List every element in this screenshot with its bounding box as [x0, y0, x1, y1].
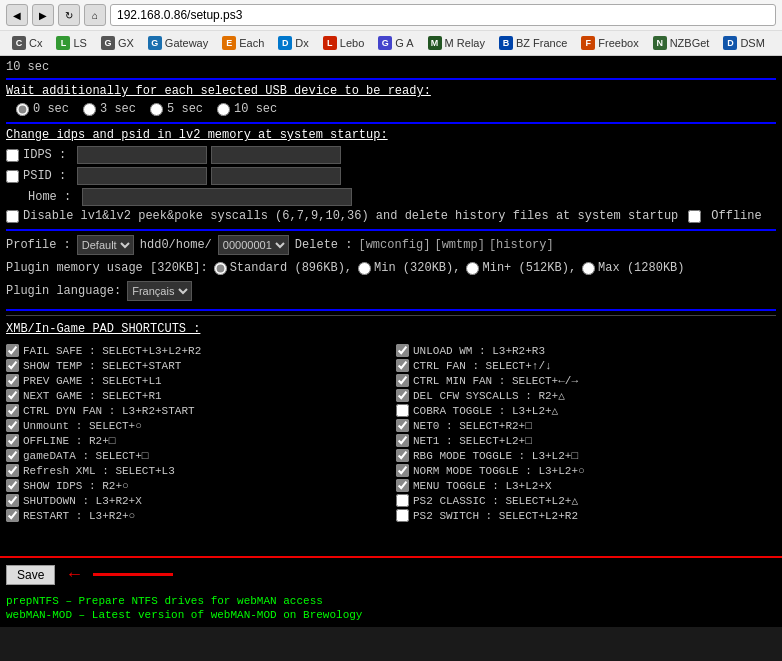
delete-wmconfig[interactable]: [wmconfig] [358, 238, 430, 252]
psid-label: PSID : [23, 169, 73, 183]
memory-min[interactable]: Min (320KB), [358, 261, 460, 275]
browser-toolbar: ◀ ▶ ↻ ⌂ [0, 0, 782, 30]
memory-min-plus[interactable]: Min+ (512KB), [466, 261, 576, 275]
delete-links: [wmconfig] [wmtmp] [history] [358, 238, 553, 252]
idps-title: Change idps and psid in lv2 memory at sy… [6, 128, 388, 142]
profile-row: Profile : Default hdd0/home/ 00000001 De… [6, 235, 776, 255]
shortcut-right-5: NET0 : SELECT+R2+□ [396, 419, 776, 432]
idps-input-1[interactable] [77, 146, 207, 164]
divider-1 [6, 78, 776, 80]
top-timer: 10 sec [6, 60, 776, 74]
bookmark-dx[interactable]: DDx [272, 34, 314, 52]
shortcut-left-11: RESTART : L3+R2+○ [6, 509, 386, 522]
shortcut-right-11: PS2 SWITCH : SELECT+L2+R2 [396, 509, 776, 522]
disable-syscalls-checkbox[interactable] [6, 210, 19, 223]
page-content: 10 sec Wait additionally for each select… [0, 56, 782, 556]
delete-wmtmp[interactable]: [wmtmp] [434, 238, 484, 252]
shortcut-left-10: SHUTDOWN : L3+R2+X [6, 494, 386, 507]
shortcut-right-4: COBRA TOGGLE : L3+L2+△ [396, 404, 776, 417]
bookmark-dsm[interactable]: DDSM [717, 34, 770, 52]
shortcut-left-2: PREV GAME : SELECT+L1 [6, 374, 386, 387]
usb-option-5sec[interactable]: 5 sec [150, 102, 203, 116]
footer-line-2: webMAN-MOD – Latest version of webMAN-MO… [6, 609, 776, 621]
divider-4 [6, 309, 776, 311]
usb-radio-group: 0 sec 3 sec 5 sec 10 sec [6, 102, 776, 116]
idps-row: IDPS : [6, 146, 776, 164]
plugin-lang-select[interactable]: Français [127, 281, 192, 301]
plugin-lang-label: Plugin language: [6, 284, 121, 298]
save-button[interactable]: Save [6, 565, 55, 585]
home-input[interactable] [82, 188, 352, 206]
bookmark-bz-france[interactable]: BBZ France [493, 34, 573, 52]
psid-input-1[interactable] [77, 167, 207, 185]
idps-input-2[interactable] [211, 146, 341, 164]
delete-label: Delete : [295, 238, 353, 252]
divider-3 [6, 229, 776, 231]
profile-path-select[interactable]: 00000001 [218, 235, 289, 255]
bookmark-ls[interactable]: LLS [50, 34, 92, 52]
bookmark-lebo[interactable]: LLebo [317, 34, 370, 52]
bookmark-cx[interactable]: CCx [6, 34, 48, 52]
bookmark-gx[interactable]: GGX [95, 34, 140, 52]
psid-input-2[interactable] [211, 167, 341, 185]
memory-max[interactable]: Max (1280KB) [582, 261, 684, 275]
bookmark-g-a[interactable]: GG A [372, 34, 419, 52]
bookmark-gateway[interactable]: GGateway [142, 34, 214, 52]
shortcut-right-7: RBG MODE TOGGLE : L3+L2+□ [396, 449, 776, 462]
shortcut-right-3: DEL CFW SYSCALLS : R2+△ [396, 389, 776, 402]
browser-chrome: ◀ ▶ ↻ ⌂ CCxLLSGGXGGatewayEEachDDxLLeboGG… [0, 0, 782, 56]
shortcut-right-0: UNLOAD WM : L3+R2+R3 [396, 344, 776, 357]
save-arrow-line [93, 573, 173, 576]
shortcut-left-9: SHOW IDPS : R2+○ [6, 479, 386, 492]
psid-row: PSID : [6, 167, 776, 185]
refresh-button[interactable]: ↻ [58, 4, 80, 26]
footer: prepNTFS – Prepare NTFS drives for webMA… [0, 591, 782, 627]
shortcuts-title: XMB/In-Game PAD SHORTCUTS : [6, 322, 200, 336]
shortcut-right-9: MENU TOGGLE : L3+L2+X [396, 479, 776, 492]
address-bar[interactable] [110, 4, 776, 26]
forward-button[interactable]: ▶ [32, 4, 54, 26]
idps-section: Change idps and psid in lv2 memory at sy… [6, 128, 776, 223]
memory-standard[interactable]: Standard (896KB), [214, 261, 352, 275]
divider-2 [6, 122, 776, 124]
offline-label: Offline [711, 209, 761, 223]
psid-checkbox[interactable] [6, 170, 19, 183]
save-bar: Save ← [0, 556, 782, 591]
shortcut-right-10: PS2 CLASSIC : SELECT+L2+△ [396, 494, 776, 507]
back-button[interactable]: ◀ [6, 4, 28, 26]
bookmark-freebox[interactable]: FFreebox [575, 34, 644, 52]
bookmark-each[interactable]: EEach [216, 34, 270, 52]
plugin-lang-row: Plugin language: Français [6, 281, 776, 301]
profile-path-label: hdd0/home/ [140, 238, 212, 252]
usb-section: Wait additionally for each selected USB … [6, 84, 776, 116]
shortcut-right-8: NORM MODE TOGGLE : L3+L2+○ [396, 464, 776, 477]
offline-checkbox[interactable] [688, 210, 701, 223]
disable-syscalls-label: Disable lv1&lv2 peek&poke syscalls (6,7,… [23, 209, 678, 223]
bookmark-nzbget[interactable]: NNZBGet [647, 34, 716, 52]
usb-option-10sec[interactable]: 10 sec [217, 102, 277, 116]
usb-option-3sec[interactable]: 3 sec [83, 102, 136, 116]
shortcut-left-7: gameDATA : SELECT+□ [6, 449, 386, 462]
plugin-memory-label: Plugin memory usage [320KB]: [6, 261, 208, 275]
home-label: Home : [28, 190, 78, 204]
shortcut-right-2: CTRL MIN FAN : SELECT+←/→ [396, 374, 776, 387]
shortcut-left-0: FAIL SAFE : SELECT+L3+L2+R2 [6, 344, 386, 357]
shortcut-right-1: CTRL FAN : SELECT+↑/↓ [396, 359, 776, 372]
plugin-memory-row: Plugin memory usage [320KB]: Standard (8… [6, 261, 776, 275]
shortcut-left-1: SHOW TEMP : SELECT+START [6, 359, 386, 372]
save-arrow: ← [65, 564, 83, 585]
profile-select[interactable]: Default [77, 235, 134, 255]
usb-option-0sec[interactable]: 0 sec [16, 102, 69, 116]
shortcut-left-8: Refresh XML : SELECT+L3 [6, 464, 386, 477]
shortcut-left-6: OFFLINE : R2+□ [6, 434, 386, 447]
shortcut-right-6: NET1 : SELECT+L2+□ [396, 434, 776, 447]
shortcuts-grid: FAIL SAFE : SELECT+L3+L2+R2UNLOAD WM : L… [6, 344, 776, 522]
idps-label: IDPS : [23, 148, 73, 162]
bookmark-m-relay[interactable]: MM Relay [422, 34, 491, 52]
delete-history[interactable]: [history] [489, 238, 554, 252]
home-button[interactable]: ⌂ [84, 4, 106, 26]
shortcut-left-5: Unmount : SELECT+○ [6, 419, 386, 432]
idps-checkbox[interactable] [6, 149, 19, 162]
shortcut-left-4: CTRL DYN FAN : L3+R2+START [6, 404, 386, 417]
bookmarks-bar: CCxLLSGGXGGatewayEEachDDxLLeboGG AMM Rel… [0, 30, 782, 55]
